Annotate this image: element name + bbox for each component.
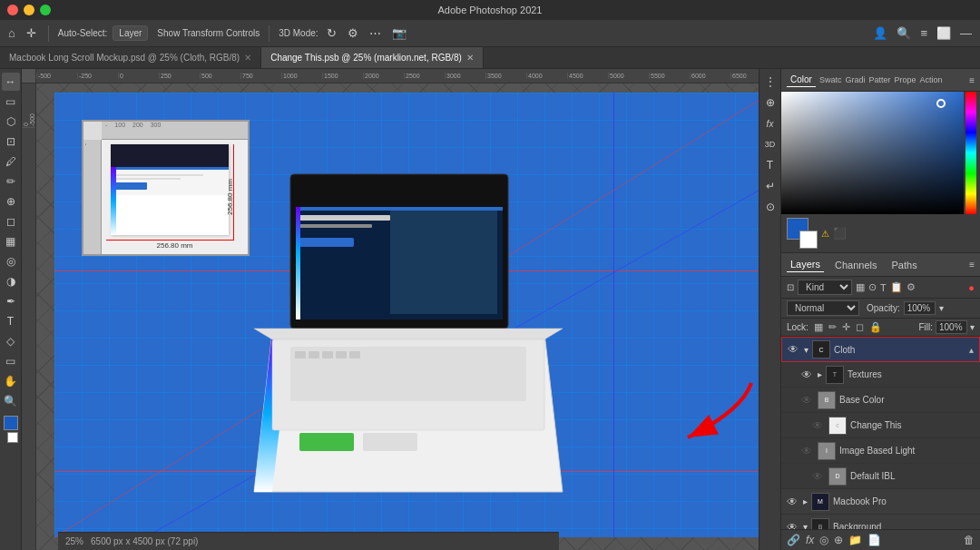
background-swatch[interactable] xyxy=(7,432,18,443)
rotate-icon[interactable]: ↻ xyxy=(324,25,339,42)
more-icon[interactable]: ⋯ xyxy=(367,25,384,42)
color-tab[interactable]: Color xyxy=(787,73,816,87)
layer-base-color[interactable]: 👁 B Base Color xyxy=(781,388,980,413)
layer-default-ibl-visibility[interactable]: 👁 xyxy=(812,470,825,483)
properties-tab[interactable]: Prope xyxy=(894,75,916,84)
canvas-content[interactable]: -100200300 - xyxy=(36,83,759,550)
tab-macbook-close[interactable]: ✕ xyxy=(244,53,251,63)
filter-active-icon[interactable]: ● xyxy=(968,282,975,293)
maximize-button[interactable] xyxy=(40,5,51,15)
dodge-tool[interactable]: ◑ xyxy=(2,272,20,290)
clone-tool[interactable]: ⊕ xyxy=(2,192,20,211)
adjustment-icon[interactable]: ⊕ xyxy=(834,534,843,546)
add-style-icon[interactable]: fx xyxy=(806,534,814,546)
foreground-bg-swatches[interactable] xyxy=(4,416,18,443)
lasso-tool[interactable]: ⬡ xyxy=(2,113,20,131)
new-group-icon[interactable]: 📁 xyxy=(848,534,862,546)
search-toolbar-icon[interactable]: 🔍 xyxy=(894,25,914,42)
layer-macbook-expand[interactable]: ▸ xyxy=(803,496,808,506)
video-icon[interactable]: 📷 xyxy=(389,25,409,42)
opacity-toggle[interactable]: ▾ xyxy=(939,303,944,313)
filter-type-icon[interactable]: T xyxy=(880,282,887,293)
filter-shape-icon[interactable]: 📋 xyxy=(890,281,903,293)
hand-tool[interactable]: ✋ xyxy=(2,372,20,390)
layer-ibl-visibility[interactable]: 👁 xyxy=(801,445,814,457)
zoom-tool[interactable]: 🔍 xyxy=(2,392,20,410)
layer-cloth-expand[interactable]: ▾ xyxy=(804,345,808,355)
right-tool-fx[interactable]: fx xyxy=(761,114,779,133)
layer-macbook-pro[interactable]: 👁 ▸ M Macbook Pro xyxy=(781,489,980,515)
crop-tool[interactable]: ⊡ xyxy=(2,133,20,151)
expand-icon[interactable]: ⬜ xyxy=(934,25,954,42)
filter-adjust-icon[interactable]: ⊙ xyxy=(868,281,877,293)
patterns-tab[interactable]: Patter xyxy=(868,75,890,84)
actions-tab[interactable]: Action xyxy=(919,75,942,84)
fill-toggle[interactable]: ▾ xyxy=(970,322,975,332)
layer-background-group[interactable]: 👁 ▾ B Background xyxy=(781,515,980,529)
pen-tool[interactable]: ✒ xyxy=(2,292,20,310)
gradient-tool[interactable]: ▦ xyxy=(2,232,20,250)
move-tool-icon[interactable]: ✛ xyxy=(24,25,39,42)
color-picker[interactable] xyxy=(781,92,980,214)
filter-smart-icon[interactable]: ⚙ xyxy=(906,281,916,293)
layer-textures-visibility[interactable]: 👁 xyxy=(801,368,814,381)
layer-image-based-light[interactable]: 👁 I Image Based Light xyxy=(781,438,980,464)
opacity-input[interactable] xyxy=(904,301,936,315)
channels-tab[interactable]: Channels xyxy=(831,258,880,272)
right-tool-1[interactable]: ⋮ xyxy=(761,73,779,91)
color-spectrum[interactable] xyxy=(965,92,976,214)
delete-layer-icon[interactable]: 🗑 xyxy=(964,534,975,546)
lock-artboard-icon[interactable]: ◻ xyxy=(856,321,864,333)
filter-pixel-icon[interactable]: ▦ xyxy=(856,281,865,293)
brush-tool[interactable]: ✏ xyxy=(2,172,20,191)
new-layer-icon[interactable]: 📄 xyxy=(867,534,881,546)
layers-menu-icon[interactable]: ≡ xyxy=(969,260,975,270)
layer-base-color-visibility[interactable]: 👁 xyxy=(801,394,814,407)
layer-cloth-collapse[interactable]: ▴ xyxy=(969,345,974,355)
blur-tool[interactable]: ◎ xyxy=(2,252,20,270)
right-tool-3d[interactable]: 3D xyxy=(761,135,779,153)
move-tool[interactable]: ↔ xyxy=(2,73,20,91)
eyedropper-tool[interactable]: 🖊 xyxy=(2,152,20,171)
layer-change-this-visibility[interactable]: 👁 xyxy=(812,419,825,432)
right-tool-select[interactable]: ↵ xyxy=(761,177,779,195)
select-tool[interactable]: ▭ xyxy=(2,93,20,111)
tab-change-this[interactable]: Change This.psb @ 25% (marklion.net, RGB… xyxy=(261,47,484,68)
tab-macbook[interactable]: Macbook Long Scroll Mockup.psd @ 25% (Cl… xyxy=(0,47,261,68)
right-tool-type[interactable]: T xyxy=(761,156,779,174)
collapse-icon[interactable]: — xyxy=(957,25,975,42)
right-tool-adjust[interactable]: ⊙ xyxy=(761,198,779,216)
lock-all-icon[interactable]: 🔒 xyxy=(869,321,882,333)
add-mask-icon[interactable]: ◎ xyxy=(819,534,828,546)
link-layers-icon[interactable]: 🔗 xyxy=(787,534,800,546)
text-tool[interactable]: T xyxy=(2,312,20,330)
color-swatch-container[interactable] xyxy=(787,218,818,249)
tab-change-this-close[interactable]: ✕ xyxy=(466,53,474,63)
shape-tool[interactable]: ▭ xyxy=(2,352,20,370)
layer-macbook-visibility[interactable]: 👁 xyxy=(787,496,799,508)
color-field[interactable] xyxy=(781,92,964,214)
close-button[interactable] xyxy=(7,5,18,15)
lock-pixels-icon[interactable]: ✏ xyxy=(828,321,837,333)
layer-change-this[interactable]: 👁 c Change This xyxy=(781,413,980,438)
settings-icon[interactable]: ⚙ xyxy=(345,25,361,42)
layer-textures[interactable]: 👁 ▸ T Textures xyxy=(781,362,980,388)
layer-cloth-visibility[interactable]: 👁 xyxy=(788,343,800,356)
blend-mode-dropdown[interactable]: Normal xyxy=(787,300,859,316)
kind-dropdown[interactable]: Kind xyxy=(798,280,852,295)
layers-tab[interactable]: Layers xyxy=(787,257,824,272)
swatches-tab[interactable]: Swatc xyxy=(819,75,842,84)
right-tool-2[interactable]: ⊕ xyxy=(761,93,779,112)
layer-background-expand[interactable]: ▾ xyxy=(803,522,808,529)
layer-background-visibility[interactable]: 👁 xyxy=(787,521,799,530)
lock-position-icon[interactable]: ✛ xyxy=(842,321,850,333)
foreground-swatch[interactable] xyxy=(4,416,18,430)
layer-textures-expand[interactable]: ▸ xyxy=(818,369,822,379)
minimize-button[interactable] xyxy=(24,5,34,15)
path-tool[interactable]: ◇ xyxy=(2,332,20,350)
layer-dropdown[interactable]: Layer xyxy=(113,25,148,41)
gradients-tab[interactable]: Gradi xyxy=(845,75,865,84)
layer-cloth[interactable]: 👁 ▾ C Cloth ▴ xyxy=(781,337,980,362)
background-color-swatch[interactable] xyxy=(799,231,818,249)
panel-menu-icon[interactable]: ≡ xyxy=(969,75,975,85)
